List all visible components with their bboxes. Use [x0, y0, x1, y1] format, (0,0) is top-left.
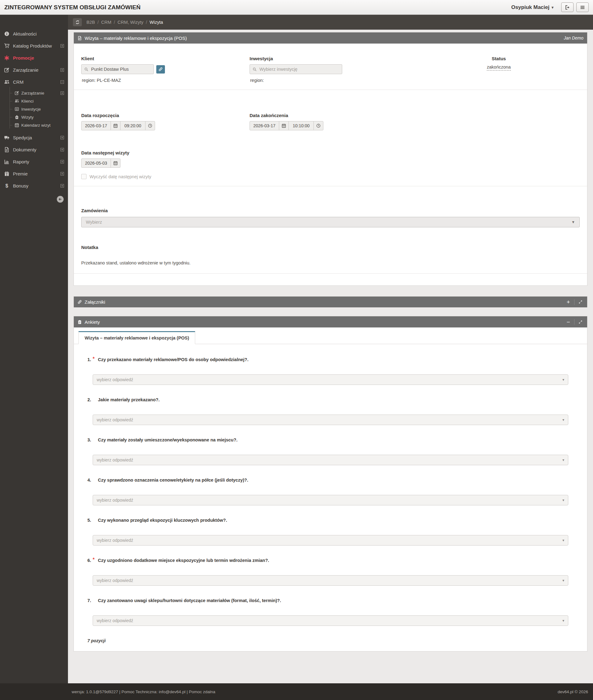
- sidebar-item-crm-zarzadzanie[interactable]: Zarządzanie: [0, 89, 68, 97]
- question-text: Czy uzgodniono dodatkowe miejsce ekspozy…: [97, 558, 269, 563]
- next-visit-calendar-button[interactable]: [111, 158, 120, 168]
- sidebar-item-aktualnosci[interactable]: Aktualności: [0, 28, 68, 40]
- next-visit-date-input[interactable]: 2026-05-03: [81, 158, 111, 168]
- question-text: Czy materiały zostały umieszczone/wyeksp…: [97, 437, 238, 442]
- answer-select[interactable]: wybierz odpowiedź▾: [93, 495, 568, 505]
- truck-icon: [4, 135, 9, 140]
- investment-input[interactable]: Wybierz inwestycję: [249, 64, 342, 74]
- sidebar-item-label: Katalog Produktów: [13, 43, 60, 48]
- survey-tab[interactable]: Wizyta – materiały reklamowe i ekspozycj…: [78, 331, 195, 344]
- sidebar-item-label: Inwestycje: [21, 107, 41, 112]
- cart-icon: [4, 43, 9, 48]
- chevron-down-icon: ▾: [562, 498, 564, 502]
- orders-placeholder: Wybierz: [86, 220, 102, 225]
- clear-next-visit-row: Wyczyść datę następnej wizyty: [81, 174, 580, 179]
- breadcrumb-item[interactable]: B2B: [86, 20, 95, 25]
- sidebar-item-promocje[interactable]: Promocje: [0, 52, 68, 64]
- sidebar-item-label: Wizyty: [21, 115, 34, 120]
- end-time-input[interactable]: 10:10:00: [288, 121, 314, 130]
- sidebar: AktualnościKatalog ProduktówPromocjeZarz…: [0, 15, 68, 683]
- home-icon: [14, 115, 19, 119]
- edit-icon: [4, 67, 9, 73]
- client-label: Klient: [81, 56, 249, 61]
- question-number: 4.: [87, 477, 93, 482]
- sidebar-item-crm-klienci[interactable]: Klienci: [0, 97, 68, 105]
- expand-surveys-button[interactable]: [577, 319, 584, 325]
- answer-select-placeholder: wybierz odpowiedź: [97, 498, 133, 503]
- clear-next-visit-label: Wyczyść datę następnej wizyty: [89, 174, 151, 179]
- expand-attachments-button[interactable]: [577, 299, 584, 305]
- sidebar-item-bonusy[interactable]: $Bonusy: [0, 180, 68, 192]
- sidebar-item-katalog-produktow[interactable]: Katalog Produktów: [0, 40, 68, 52]
- chart-icon: [4, 159, 9, 164]
- sidebar-item-crm-kalendarz-wizyt[interactable]: Kalendarz wizyt: [0, 121, 68, 129]
- sidebar-item-label: Zarządzanie: [21, 91, 44, 95]
- answer-select[interactable]: wybierz odpowiedź▾: [93, 455, 568, 465]
- divider: [574, 319, 575, 325]
- answer-select[interactable]: wybierz odpowiedź▾: [93, 415, 568, 425]
- question-text: Czy sprawdzono oznaczenia cenowe/etykiet…: [97, 477, 248, 482]
- sidebar-item-dokumenty[interactable]: Dokumenty: [0, 144, 68, 156]
- visit-panel-title: Wizyta – materiały reklamowe i ekspozycj…: [85, 36, 187, 41]
- search-icon: [84, 67, 88, 71]
- expand-plus-icon: [60, 68, 64, 72]
- required-asterisk-icon: *: [93, 356, 97, 361]
- survey-question: 6.*Czy uzgodniono dodatkowe miejsce eksp…: [87, 558, 568, 586]
- menu-toggle-button[interactable]: [576, 2, 589, 12]
- client-input[interactable]: Punkt Dostaw Plus: [81, 64, 154, 74]
- answer-select-placeholder: wybierz odpowiedź: [97, 417, 133, 422]
- expand-plus-icon: [60, 172, 64, 176]
- items-count: 7 pozycji: [87, 638, 587, 643]
- answer-select[interactable]: wybierz odpowiedź▾: [93, 535, 568, 546]
- calendar-icon: [113, 124, 118, 128]
- paperclip-icon: [78, 300, 82, 304]
- hamburger-icon: [580, 5, 585, 10]
- sidebar-submenu-crm: ZarządzanieKlienciInwestycjeWizytyKalend…: [0, 88, 68, 131]
- sidebar-item-raporty[interactable]: Raporty: [0, 156, 68, 168]
- clear-next-visit-checkbox[interactable]: [81, 174, 86, 179]
- sidebar-item-crm-wizyty[interactable]: Wizyty: [0, 113, 68, 121]
- start-date-calendar-button[interactable]: [111, 121, 120, 130]
- expand-plus-icon: [60, 184, 64, 188]
- client-link-button[interactable]: [156, 65, 165, 74]
- answer-select[interactable]: wybierz odpowiedź▾: [93, 615, 568, 626]
- expand-plus-icon: [60, 135, 64, 140]
- start-time-input[interactable]: 09:20:00: [120, 121, 146, 130]
- answer-select-placeholder: wybierz odpowiedź: [97, 377, 133, 382]
- breadcrumb-item[interactable]: CRM: [101, 20, 111, 25]
- sidebar-item-premie[interactable]: Premie: [0, 168, 68, 180]
- orders-select[interactable]: Wybierz ▼: [81, 217, 580, 227]
- visit-panel-header: Wizyta – materiały reklamowe i ekspozycj…: [74, 32, 587, 44]
- end-date-calendar-button[interactable]: [279, 121, 289, 130]
- survey-question: 4.*Czy sprawdzono oznaczenia cenowe/etyk…: [87, 477, 568, 505]
- divider: [574, 299, 575, 305]
- status-value: zakończona: [487, 65, 511, 70]
- question-text: Czy przekazano materiały reklamowe/POS d…: [97, 357, 249, 362]
- user-menu-button[interactable]: Osypiuk Maciej ▾: [511, 4, 553, 10]
- sidebar-item-crm-inwestycje[interactable]: Inwestycje: [0, 105, 68, 113]
- collapse-surveys-button[interactable]: −: [565, 319, 571, 325]
- clock-icon: [316, 124, 321, 128]
- answer-select[interactable]: wybierz odpowiedź▾: [93, 375, 568, 385]
- sidebar-collapse-button[interactable]: [57, 196, 64, 203]
- logout-button[interactable]: [561, 2, 574, 12]
- surveys-panel-header: Ankiety −: [74, 316, 587, 327]
- add-attachment-button[interactable]: +: [565, 299, 571, 305]
- sidebar-item-spedycja[interactable]: Spedycja: [0, 131, 68, 144]
- refresh-button[interactable]: [73, 18, 82, 26]
- status-label: Status: [418, 56, 580, 61]
- start-date-input[interactable]: 2026-03-17: [81, 121, 111, 130]
- sidebar-item-label: Premie: [13, 171, 60, 177]
- answer-select[interactable]: wybierz odpowiedź▾: [93, 575, 568, 586]
- end-time-clock-button[interactable]: [314, 121, 323, 130]
- breadcrumb-separator: /: [97, 20, 98, 25]
- end-date-input[interactable]: 2026-03-17: [249, 121, 279, 130]
- question-number: 3.: [87, 437, 93, 442]
- survey-tabs: Wizyta – materiały reklamowe i ekspozycj…: [74, 331, 587, 344]
- sidebar-item-crm[interactable]: CRM: [0, 76, 68, 88]
- breadcrumb-item[interactable]: CRM, Wizyty: [118, 20, 144, 25]
- clipboard-icon: [78, 320, 82, 324]
- chevron-down-icon: ▾: [562, 618, 564, 623]
- start-time-clock-button[interactable]: [145, 121, 155, 130]
- sidebar-item-zarzadzanie[interactable]: Zarządzanie: [0, 64, 68, 76]
